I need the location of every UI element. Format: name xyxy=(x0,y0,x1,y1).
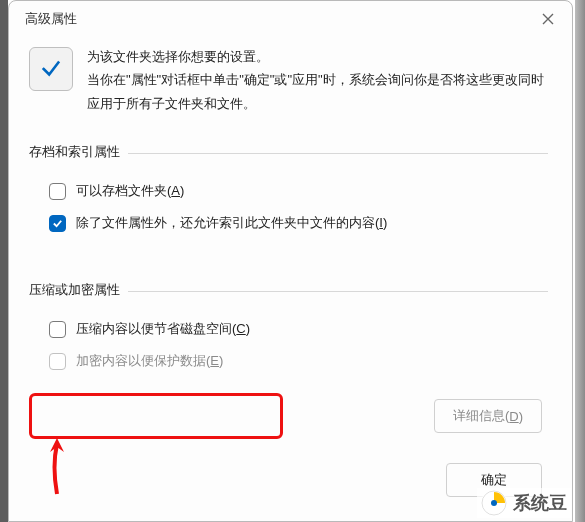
intro-line-1: 为该文件夹选择你想要的设置。 xyxy=(87,45,554,68)
archive-checkbox[interactable] xyxy=(49,183,66,200)
check-icon xyxy=(52,218,63,229)
archive-label: 可以存档文件夹(A) xyxy=(76,182,184,200)
checkmark-icon xyxy=(40,58,62,80)
watermark-text: 系统豆 xyxy=(513,491,567,515)
group-divider xyxy=(128,153,548,154)
details-button: 详细信息(D) xyxy=(434,399,542,433)
compress-checkbox-row[interactable]: 压缩内容以便节省磁盘空间(C) xyxy=(29,313,554,345)
encrypt-checkbox-row: 加密内容以便保护数据(E) xyxy=(29,345,554,377)
group-legend-2: 压缩或加密属性 xyxy=(29,281,120,299)
background-left-edge xyxy=(0,0,8,522)
header-row: 为该文件夹选择你想要的设置。 当你在"属性"对话框中单击"确定"或"应用"时，系… xyxy=(29,45,554,115)
index-checkbox-row[interactable]: 除了文件属性外，还允许索引此文件夹中文件的内容(I) xyxy=(29,207,554,239)
compress-label: 压缩内容以便节省磁盘空间(C) xyxy=(76,320,250,338)
encrypt-label: 加密内容以便保护数据(E) xyxy=(76,352,223,370)
group-divider-2 xyxy=(128,291,548,292)
header-text: 为该文件夹选择你想要的设置。 当你在"属性"对话框中单击"确定"或"应用"时，系… xyxy=(87,45,554,115)
group-legend: 存档和索引属性 xyxy=(29,143,120,161)
archive-index-group: 存档和索引属性 可以存档文件夹(A) 除了文件属性外，还允许索引此文件夹中文件的… xyxy=(29,143,554,239)
watermark-logo-icon xyxy=(481,490,507,516)
dialog-title: 高级属性 xyxy=(25,10,77,28)
group-label-row-2: 压缩或加密属性 xyxy=(29,281,554,299)
dialog-content: 为该文件夹选择你想要的设置。 当你在"属性"对话框中单击"确定"或"应用"时，系… xyxy=(9,35,572,377)
watermark: 系统豆 xyxy=(477,488,571,518)
encrypt-checkbox xyxy=(49,353,66,370)
compress-encrypt-group: 压缩或加密属性 压缩内容以便节省磁盘空间(C) 加密内容以便保护数据(E) xyxy=(29,281,554,377)
intro-line-2: 当你在"属性"对话框中单击"确定"或"应用"时，系统会询问你是否将这些更改同时应… xyxy=(87,68,554,115)
archive-checkbox-row[interactable]: 可以存档文件夹(A) xyxy=(29,175,554,207)
close-icon xyxy=(542,13,554,25)
index-label: 除了文件属性外，还允许索引此文件夹中文件的内容(I) xyxy=(76,214,387,232)
background-right-edge xyxy=(575,0,585,522)
titlebar: 高级属性 xyxy=(9,1,572,35)
index-checkbox[interactable] xyxy=(49,215,66,232)
close-button[interactable] xyxy=(538,9,558,29)
advanced-attributes-dialog: 高级属性 为该文件夹选择你想要的设置。 当你在"属性"对话框中单击"确定"或"应… xyxy=(8,0,573,522)
svg-point-1 xyxy=(491,500,497,506)
compress-checkbox[interactable] xyxy=(49,321,66,338)
group-label-row: 存档和索引属性 xyxy=(29,143,554,161)
settings-tile-icon xyxy=(29,47,73,91)
